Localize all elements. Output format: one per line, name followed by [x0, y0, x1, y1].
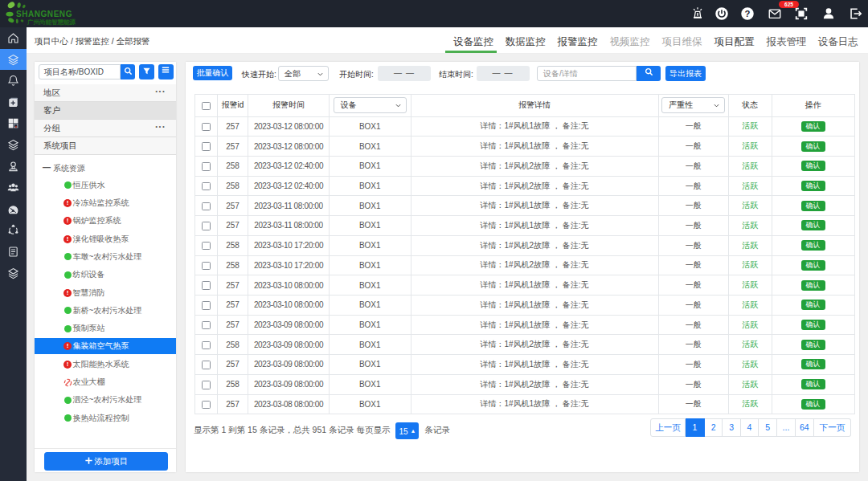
svg-text:广州尚能智慧能源: 广州尚能智慧能源 — [27, 18, 76, 26]
svg-text:?: ? — [745, 9, 751, 18]
svg-text:SHANGNENG: SHANGNENG — [16, 10, 72, 18]
